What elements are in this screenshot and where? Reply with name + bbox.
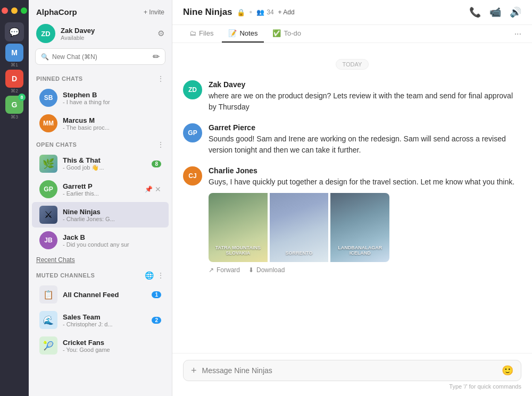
this-that-meta: 8 [152, 161, 161, 167]
open-chat-this-that[interactable]: 🌿 This & That - Good job 👋... 8 [32, 151, 169, 176]
video-icon[interactable]: 📹 [489, 6, 501, 18]
tab-todo[interactable]: ✅ To-do [266, 25, 307, 43]
day-label: TODAY [336, 59, 369, 70]
workspace-g-icon[interactable]: G 8 [5, 96, 23, 114]
globe-icon: 🌐 [145, 271, 154, 280]
forward-button[interactable]: ↗ Forward [209, 266, 240, 274]
input-row: + 🙂 [183, 360, 521, 381]
zak-msg-content: Zak Davey where are we on the product de… [209, 80, 521, 113]
sales-team-preview: - Christopher J: d... [63, 321, 146, 327]
user-status: Available [61, 35, 95, 41]
attach-icon[interactable]: + [191, 365, 197, 376]
message-input-area: + 🙂 Type '/' for quick commands [172, 353, 532, 396]
image-sorrento: SORRENTO [270, 193, 329, 262]
open-chat-jack[interactable]: JB Jack B - Did you conduct any sur [32, 228, 169, 253]
sales-team-meta: 2 [152, 317, 161, 324]
marcus-info: Marcus M - The basic proc... [63, 116, 161, 131]
nine-ninjas-info: Nine Ninjas - Charlie Jones: G... [63, 208, 161, 222]
dot-separator: • [250, 7, 253, 17]
forward-label: Forward [217, 266, 240, 274]
message-garret: GP Garret Pierce Sounds good! Sam and Ir… [183, 123, 521, 156]
charlie-msg-sender: Charlie Jones [209, 166, 521, 175]
todo-tab-icon: ✅ [272, 29, 281, 37]
download-button[interactable]: ⬇ Download [248, 266, 285, 274]
muted-channels-actions[interactable]: 🌐 ⋮ [145, 271, 164, 280]
user-avatar: ZD [36, 24, 55, 43]
jack-avatar: JB [39, 231, 57, 249]
muted-cricket-fans[interactable]: 🎾 Cricket Fans - You: Good game [32, 333, 169, 358]
zak-msg-avatar: ZD [183, 80, 202, 99]
zak-msg-text: where are we on the product design? Lets… [209, 90, 521, 113]
workspace-m-shortcut: ⌘1 [11, 62, 18, 68]
close-chat-icon[interactable]: ✕ [155, 185, 161, 193]
muted-more-icon[interactable]: ⋮ [157, 271, 164, 280]
message-zak: ZD Zak Davey where are we on the product… [183, 80, 521, 113]
workspace-m-icon[interactable]: M [5, 44, 23, 62]
fullscreen-button[interactable] [21, 7, 27, 14]
member-icon: 👥 [256, 9, 264, 16]
open-chat-garrett[interactable]: GP Garrett P - Earlier this... 📌 ✕ [32, 176, 169, 202]
emoji-button[interactable]: 🙂 [502, 365, 513, 376]
chat-nav-icon[interactable]: 💬 [5, 22, 24, 41]
message-input[interactable] [202, 366, 496, 375]
jack-preview: - Did you conduct any sur [63, 241, 161, 248]
image-slovakia: TATRA MOUNTAINSSLOVAKIA [209, 193, 268, 262]
user-initials: ZD [41, 30, 50, 38]
muted-all-channel[interactable]: 📋 All Channel Feed 1 [32, 282, 169, 307]
sales-team-icon: 🌊 [39, 311, 57, 329]
nine-ninjas-avatar: ⚔ [39, 206, 57, 224]
download-icon: ⬇ [248, 266, 254, 274]
settings-icon[interactable]: ⚙ [157, 29, 164, 38]
nine-ninjas-preview: - Charlie Jones: G... [63, 216, 161, 222]
stephen-preview: - I have a thing for [63, 99, 161, 105]
todo-tab-label: To-do [284, 29, 301, 37]
search-icon: 🔍 [41, 53, 49, 61]
message-actions: ↗ Forward ⬇ Download [209, 266, 521, 274]
message-charlie: CJ Charlie Jones Guys, I have quickly pu… [183, 166, 521, 274]
messages-area: TODAY ZD Zak Davey where are we on the p… [172, 43, 532, 353]
tab-bar: 🗂 Files 📝 Notes ✅ To-do ··· [172, 25, 532, 43]
recent-chats-link[interactable]: Recent Chats [29, 253, 172, 267]
garret-msg-avatar: GP [183, 123, 202, 142]
all-channel-name: All Channel Feed [63, 291, 146, 299]
open-chats-section-header: OPEN CHATS ⋮ [29, 136, 172, 151]
open-chat-nine-ninjas[interactable]: ⚔ Nine Ninjas - Charlie Jones: G... [32, 202, 169, 228]
add-member-link[interactable]: + Add [278, 9, 295, 16]
nine-ninjas-name: Nine Ninjas [63, 208, 161, 216]
tab-files[interactable]: 🗂 Files [183, 25, 220, 43]
this-that-avatar: 🌿 [39, 155, 57, 173]
workspace-d-icon[interactable]: D [5, 70, 23, 88]
forward-icon: ↗ [209, 266, 214, 274]
tab-notes[interactable]: 📝 Notes [222, 25, 264, 43]
garrett-avatar: GP [39, 180, 57, 198]
jack-name: Jack B [63, 233, 161, 241]
phone-icon[interactable]: 📞 [469, 6, 481, 18]
minimize-button[interactable] [11, 7, 18, 14]
invite-button[interactable]: + Invite [144, 9, 164, 16]
stephen-info: Stephen B - I have a thing for [63, 91, 161, 105]
sidebar-header: AlphaCorp + Invite [29, 0, 172, 21]
pinned-chats-actions[interactable]: ⋮ [157, 74, 164, 83]
charlie-image-grid: TATRA MOUNTAINSSLOVAKIA SORRENTO LANDBAN… [209, 193, 389, 262]
compose-icon[interactable]: ✏ [153, 52, 160, 62]
open-chats-actions[interactable]: ⋮ [157, 140, 164, 149]
marcus-avatar: MM [39, 114, 57, 132]
cricket-fans-name: Cricket Fans [63, 339, 161, 347]
pinned-chat-marcus[interactable]: MM Marcus M - The basic proc... [32, 111, 169, 136]
garret-msg-content: Garret Pierce Sounds good! Sam and Irene… [209, 123, 521, 156]
chat-header: Nine Ninjas 🔒 • 👥 34 + Add 📞 📹 🔊 [172, 0, 532, 25]
marcus-preview: - The basic proc... [63, 124, 161, 131]
workspace-g-badge: 8 [18, 94, 26, 101]
pinned-chat-stephen[interactable]: SB Stephen B - I have a thing for [32, 85, 169, 111]
volume-icon[interactable]: 🔊 [510, 6, 521, 18]
tab-more-button[interactable]: ··· [514, 29, 521, 39]
workspace-g-shortcut: ⌘3 [11, 114, 18, 120]
workspace-d-shortcut: ⌘2 [11, 88, 18, 94]
sales-team-name: Sales Team [63, 313, 146, 321]
close-button[interactable] [2, 7, 8, 14]
muted-sales-team[interactable]: 🌊 Sales Team - Christopher J: d... 2 [32, 307, 169, 333]
search-input[interactable] [52, 53, 149, 61]
download-label: Download [256, 266, 285, 274]
user-info: Zak Davey Available [61, 27, 95, 41]
nav-rail: 💬 M ⌘1 D ⌘2 G 8 ⌘3 [0, 0, 29, 396]
